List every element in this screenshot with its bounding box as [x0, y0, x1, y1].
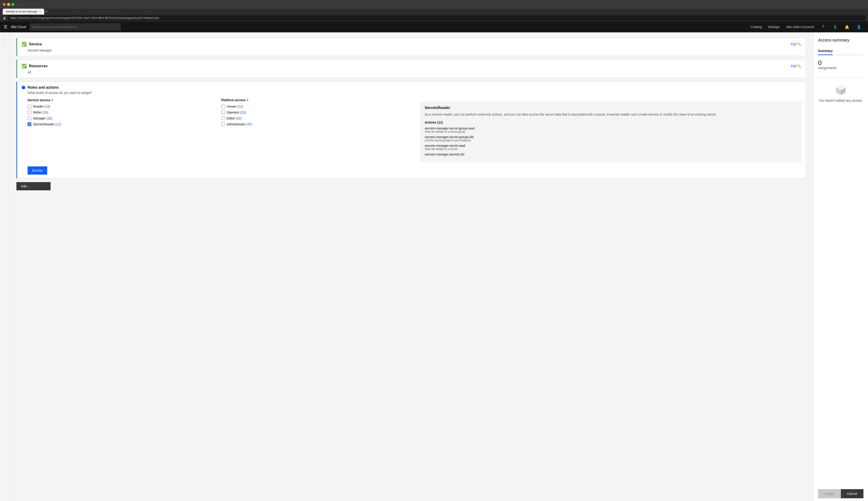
manage-nav-link[interactable]: Manage: [765, 21, 783, 32]
add-button[interactable]: Add ›: [17, 182, 51, 190]
brand-logo: IBM Cloud: [11, 25, 26, 29]
catalog-nav-link[interactable]: Catalog: [748, 21, 764, 32]
secretsreader-role-item: SecretsReader (11): [28, 122, 214, 126]
manager-checkbox[interactable]: [28, 116, 31, 120]
forward-button[interactable]: ›: [20, 2, 23, 7]
roles-section-card: Roles and actions What levels of access …: [17, 82, 806, 179]
operator-checkbox[interactable]: [221, 110, 225, 114]
resources-edit-link[interactable]: Edit ✏️: [791, 64, 801, 68]
reader-checkbox[interactable]: [28, 105, 31, 108]
editor-checkbox[interactable]: [221, 116, 225, 120]
add-button-label: Add: [21, 184, 27, 188]
secretsreader-count: (11): [55, 122, 61, 126]
writer-role-item: Writer (19): [28, 110, 214, 114]
browser-nav: ‹ ›: [16, 2, 23, 7]
roles-section-title: Roles and actions: [28, 85, 59, 89]
service-title-row: ✅ Service: [22, 42, 42, 47]
main-layout: › ✅ Service Edit ✏️ Secrets Manager ✅: [0, 32, 868, 501]
resources-title-row: ✅ Resources: [22, 64, 47, 68]
assignments-label: Assignments: [818, 66, 864, 70]
manager-label: Manager (32): [33, 116, 52, 120]
tab-bar: Identity & Access Manage ✕ +: [0, 9, 868, 14]
empty-state-text: You haven't added any access.: [819, 99, 863, 102]
platform-access-info-icon[interactable]: ℹ: [247, 98, 248, 102]
resources-section-title: Resources: [29, 64, 47, 68]
assign-button[interactable]: Assign: [818, 489, 841, 498]
tab-close-icon[interactable]: ✕: [39, 10, 41, 13]
actions-label: Actions (11): [425, 120, 797, 124]
roles-blue-dot-icon: [22, 86, 25, 89]
minimize-traffic-light[interactable]: [7, 3, 10, 6]
role-description-panel: SecretsReader As a secrets reader, you c…: [421, 102, 801, 162]
review-button[interactable]: Review: [28, 167, 47, 174]
operator-label: Operator (23): [227, 110, 246, 114]
resources-edit-label: Edit: [791, 64, 796, 68]
action-item-1: secrets-manager.secret-group.read View t…: [425, 127, 797, 134]
service-access-column: Service access ℹ Reader (13) Writer (19)…: [28, 98, 214, 162]
address-input[interactable]: [8, 15, 865, 21]
administrator-checkbox[interactable]: [221, 122, 225, 126]
browser-tab[interactable]: Identity & Access Manage ✕: [3, 9, 44, 14]
viewer-checkbox[interactable]: [221, 105, 225, 108]
content-area: ✅ Service Edit ✏️ Secrets Manager ✅ Reso…: [9, 32, 813, 501]
manager-role-item: Manager (32): [28, 116, 214, 120]
service-edit-link[interactable]: Edit ✏️: [791, 42, 801, 46]
resources-edit-pencil-icon: ✏️: [797, 64, 801, 68]
editor-label: Editor (31): [227, 116, 242, 120]
service-access-label: Service access: [28, 98, 50, 102]
back-button[interactable]: ‹: [16, 2, 19, 7]
manager-count: (32): [46, 116, 52, 120]
editor-role-item: Editor (31): [221, 116, 408, 120]
viewer-count: (11): [237, 105, 243, 108]
add-button-row: Add ›: [17, 182, 806, 190]
action-item-4: secrets-manager.secrets.list: [425, 152, 797, 156]
operator-count: (23): [240, 110, 246, 114]
writer-label: Writer (19): [33, 110, 48, 114]
user-icon-button[interactable]: 👤: [854, 21, 864, 32]
help-icon-button[interactable]: ?: [818, 21, 829, 32]
account-name: Idan Adar's Account: [783, 25, 817, 29]
empty-state: You haven't added any access.: [818, 80, 864, 489]
summary-tab[interactable]: Summary: [818, 47, 833, 55]
service-edit-label: Edit: [791, 42, 796, 46]
lock-icon: 🔒: [3, 17, 6, 20]
hamburger-menu-button[interactable]: ☰: [4, 24, 7, 29]
platform-access-column: Platform access ℹ Viewer (11) Operator (…: [221, 98, 408, 162]
reader-count: (13): [44, 105, 50, 108]
action-desc-3: View the details of a secret.: [425, 148, 797, 151]
nav-actions: Catalog Manage Idan Adar's Account ? 💲 🔔…: [748, 21, 864, 32]
administrator-role-item: Administrator (47): [221, 122, 408, 126]
global-search-input[interactable]: [30, 23, 121, 31]
browser-chrome: ‹ ›: [0, 0, 868, 9]
close-traffic-light[interactable]: [3, 3, 6, 6]
administrator-label: Administrator (47): [227, 122, 252, 126]
action-desc-2: List the secret groups in your instance.: [425, 139, 797, 142]
service-access-info-icon[interactable]: ℹ: [52, 98, 53, 102]
notifications-icon-button[interactable]: 🔔: [842, 21, 853, 32]
writer-count: (19): [42, 110, 48, 114]
platform-access-header: Platform access ℹ: [221, 98, 408, 102]
service-section-title: Service: [29, 42, 42, 46]
operator-role-item: Operator (23): [221, 110, 408, 114]
role-desc-text: As a secrets reader, you can perform rea…: [425, 112, 797, 117]
service-check-icon: ✅: [22, 42, 27, 47]
editor-count: (31): [236, 116, 242, 120]
action-name-1: secrets-manager.secret-group.read: [425, 127, 797, 130]
left-sidebar: ›: [0, 32, 9, 501]
panel-tabs: Summary: [818, 47, 864, 55]
edit-pencil-icon: ✏️: [797, 42, 801, 46]
viewer-label: Viewer (11): [227, 105, 243, 108]
platform-access-label: Platform access: [221, 98, 246, 102]
tab-title: Identity & Access Manage: [6, 10, 37, 13]
administrator-count: (47): [246, 122, 252, 126]
writer-checkbox[interactable]: [28, 110, 31, 114]
top-nav: ☰ IBM Cloud Catalog Manage Idan Adar's A…: [0, 21, 868, 32]
sidebar-toggle-button[interactable]: ›: [2, 36, 7, 43]
cost-icon-button[interactable]: 💲: [830, 21, 840, 32]
maximize-traffic-light[interactable]: [11, 3, 14, 6]
new-tab-button[interactable]: +: [45, 9, 47, 14]
secretsreader-checkbox[interactable]: [28, 122, 31, 126]
assignments-count: 0: [818, 60, 864, 66]
cancel-button[interactable]: Cancel: [841, 489, 864, 498]
resources-section-header: ✅ Resources Edit ✏️: [22, 64, 801, 68]
